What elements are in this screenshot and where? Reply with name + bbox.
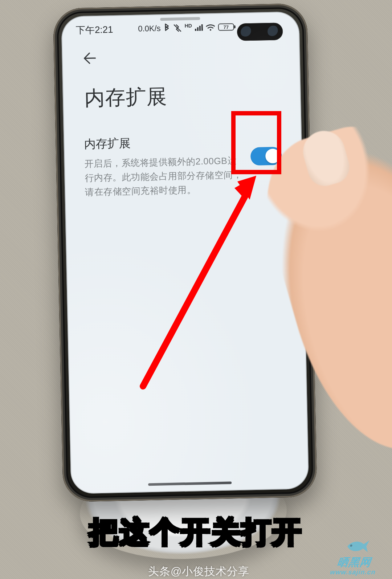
svg-rect-3: [199, 26, 201, 31]
phone-frame: 下午2:21 0.0K/s HD: [53, 3, 317, 502]
svg-rect-4: [201, 24, 203, 31]
wifi-icon: [206, 24, 215, 31]
memory-extension-row[interactable]: 内存扩展 开启后，系统将提供额外的2.00GB运行内存。此功能会占用部分存储空间…: [84, 132, 282, 199]
svg-rect-2: [197, 27, 199, 31]
page-title: 内存扩展: [84, 81, 281, 112]
bluetooth-icon: [163, 24, 170, 33]
hd-voice-indicator: HD: [184, 23, 192, 28]
setting-text-block: 内存扩展 开启后，系统将提供额外的2.00GB运行内存。此功能会占用部分存储空间…: [84, 133, 243, 199]
vibrate-icon: [173, 24, 181, 32]
cell-signal-icon: [195, 24, 203, 31]
phone-screen: 下午2:21 0.0K/s HD: [61, 11, 309, 494]
setting-title: 内存扩展: [84, 133, 242, 152]
battery-percent: 77: [223, 24, 229, 30]
source-attribution: 头条@小俊技术分享: [148, 564, 249, 579]
arrow-left-icon: [82, 52, 97, 65]
home-indicator[interactable]: [148, 481, 232, 486]
status-net-speed: 0.0K/s: [138, 24, 161, 33]
memory-extension-toggle[interactable]: [250, 147, 282, 166]
instruction-caption: 把这个开关打开: [0, 513, 392, 552]
svg-rect-1: [195, 29, 196, 31]
back-button[interactable]: [82, 45, 104, 71]
battery-indicator: 77: [218, 23, 234, 31]
svg-point-5: [210, 29, 211, 30]
settings-page: 内存扩展 内存扩展 开启后，系统将提供额外的2.00GB运行内存。此功能会占用部…: [62, 41, 303, 199]
setting-description: 开启后，系统将提供额外的2.00GB运行内存。此功能会占用部分存储空间，请在存储…: [84, 154, 242, 199]
status-bar: 下午2:21 0.0K/s HD: [61, 11, 299, 45]
